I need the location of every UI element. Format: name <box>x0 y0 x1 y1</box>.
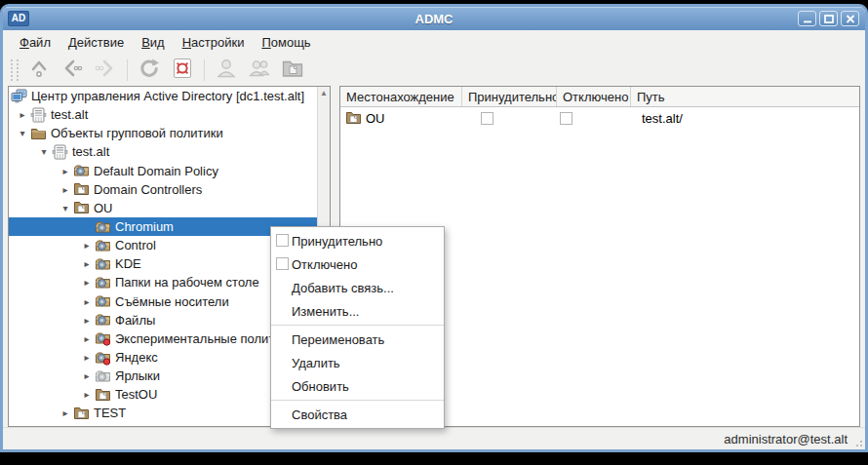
folder-icon <box>73 424 90 426</box>
go-forward-icon <box>94 57 117 84</box>
column-header-1[interactable]: Принудительно <box>462 87 557 106</box>
tree-item-объекты-групповой-политики[interactable]: ▾Объекты групповой политики <box>9 124 317 142</box>
expander-closed-icon[interactable]: ▸ <box>79 240 95 251</box>
gpo-icon <box>95 238 111 253</box>
create-group-button <box>245 57 274 84</box>
filter-options-button[interactable] <box>168 57 197 84</box>
maximize-button[interactable] <box>819 11 838 26</box>
menu-item-label: Изменить... <box>292 304 359 319</box>
toolbar-separator <box>127 59 128 81</box>
context-menu-item-принудительно[interactable]: Принудительно <box>271 229 444 252</box>
expander-open-icon[interactable]: ▾ <box>15 128 30 138</box>
go-back-button[interactable] <box>58 57 87 84</box>
menu-bar: ФайлДействиеВидНастройкиПомощь <box>3 30 865 54</box>
context-menu-item-удалить[interactable]: Удалить <box>271 351 444 374</box>
column-label: Местонахождение <box>346 90 454 104</box>
tree-item-label: Файлы <box>115 313 155 328</box>
expander-closed-icon[interactable]: ▸ <box>79 370 95 381</box>
create-ou-icon <box>281 57 304 84</box>
filter-options-icon <box>171 57 194 84</box>
context-menu-item-добавить-связь[interactable]: Добавить связь... <box>271 276 444 299</box>
column-header-0[interactable]: Местонахождение▼ <box>340 87 462 106</box>
context-menu-item-изменить[interactable]: Изменить... <box>271 299 444 323</box>
expander-closed-icon[interactable]: ▸ <box>15 109 30 120</box>
menu-item-label: Принудительно <box>292 234 382 249</box>
column-label: Отключено <box>563 90 628 104</box>
menu-file[interactable]: Файл <box>11 32 59 53</box>
menu-preferences[interactable]: Настройки <box>174 32 254 53</box>
table-row[interactable]: OUtest.alt/ <box>340 107 859 129</box>
context-menu: ПринудительноОтключеноДобавить связь...И… <box>270 226 445 429</box>
minimize-button[interactable] <box>798 11 816 26</box>
toolbar-separator <box>204 59 205 81</box>
tree-item-test.alt[interactable]: ▾test.alt <box>9 142 317 161</box>
expander-open-icon[interactable]: ▾ <box>58 203 73 213</box>
tree-item-label: Папки на рабочем столе <box>115 275 259 290</box>
tree-item-ou[interactable]: ▾OU <box>9 199 317 217</box>
expander-closed-icon[interactable]: ▸ <box>58 407 73 418</box>
forced-checkbox[interactable] <box>481 112 493 125</box>
status-bar: administrator@test.alt <box>3 427 865 449</box>
tree-item-центр-управления-active-directory-dc1.test.alt-[interactable]: Центр управления Active Directory [dc1.t… <box>9 87 317 105</box>
column-header-3[interactable]: Путь <box>631 87 859 106</box>
tree-item-label: TestOU <box>115 387 157 402</box>
logged-in-user: administrator@test.alt <box>724 432 848 446</box>
expander-closed-icon[interactable]: ▸ <box>58 184 73 195</box>
tree-item-label: Ярлыки <box>115 368 160 383</box>
gpo-icon <box>73 163 90 178</box>
minimize-icon <box>803 15 812 23</box>
close-button[interactable] <box>841 11 859 26</box>
expander-closed-icon[interactable]: ▸ <box>58 166 73 176</box>
tree-item-label: Экспериментальные политики <box>115 331 295 346</box>
location-cell: OU <box>366 111 385 126</box>
menu-view[interactable]: Вид <box>133 32 174 53</box>
create-user-button <box>212 57 241 84</box>
expander-closed-icon[interactable]: ▸ <box>79 389 95 400</box>
tree-item-label: Центр управления Active Directory [dc1.t… <box>31 89 304 103</box>
menu-action[interactable]: Действие <box>59 32 133 53</box>
toolbar <box>3 54 865 86</box>
expander-open-icon[interactable]: ▾ <box>36 146 52 157</box>
menu-help[interactable]: Помощь <box>253 32 319 53</box>
ou-icon <box>345 110 362 126</box>
tree-item-test.alt[interactable]: ▸test.alt <box>9 105 317 124</box>
create-ou-button <box>278 57 307 84</box>
menu-item-label: Отключено <box>292 257 357 272</box>
tree-item-label: test.alt <box>72 144 109 159</box>
title-bar[interactable]: AD ADMC <box>3 7 865 30</box>
tree-item-label: Domain Controllers <box>94 182 202 197</box>
scroll-up-icon[interactable]: ▲ <box>318 87 330 99</box>
expander-closed-icon[interactable]: ▸ <box>79 315 95 326</box>
ou-icon <box>73 406 90 421</box>
column-header-2[interactable]: Отключено <box>557 87 631 106</box>
expander-closed-icon[interactable]: ▸ <box>79 352 95 363</box>
expander-closed-icon[interactable]: ▸ <box>79 333 95 344</box>
context-menu-item-переименовать[interactable]: Переименовать <box>271 328 444 351</box>
ou-icon <box>73 181 90 197</box>
path-cell: test.alt/ <box>642 111 683 126</box>
table-body: OUtest.alt/ <box>340 107 859 129</box>
domain-icon <box>52 144 68 160</box>
tree-item-default-domain-policy[interactable]: ▸Default Domain Policy <box>9 162 317 180</box>
menu-item-label: Удалить <box>292 356 340 370</box>
tree-item-label: KDE <box>115 256 141 271</box>
resize-grip-icon[interactable] <box>853 438 863 447</box>
refresh-button[interactable] <box>135 57 164 84</box>
menu-checkbox[interactable] <box>276 234 289 247</box>
context-menu-item-свойства[interactable]: Свойства <box>271 403 444 426</box>
tree-item-label: Control <box>115 238 156 252</box>
tree-item-label: Съёмные носители <box>115 294 229 309</box>
menu-item-label: Обновить <box>292 379 349 394</box>
context-menu-item-обновить[interactable]: Обновить <box>271 374 444 398</box>
disabled-checkbox[interactable] <box>560 112 572 125</box>
expander-closed-icon[interactable]: ▸ <box>79 296 95 307</box>
go-up-button[interactable] <box>24 57 54 84</box>
expander-closed-icon[interactable]: ▸ <box>79 277 95 288</box>
toolbar-drag-handle[interactable] <box>11 59 19 81</box>
tree-item-domain-controllers[interactable]: ▸Domain Controllers <box>9 180 317 199</box>
menu-checkbox[interactable] <box>276 257 289 270</box>
go-up-icon <box>27 57 51 84</box>
context-menu-item-отключено[interactable]: Отключено <box>271 252 444 276</box>
maximize-icon <box>824 15 834 23</box>
expander-closed-icon[interactable]: ▸ <box>79 258 95 269</box>
